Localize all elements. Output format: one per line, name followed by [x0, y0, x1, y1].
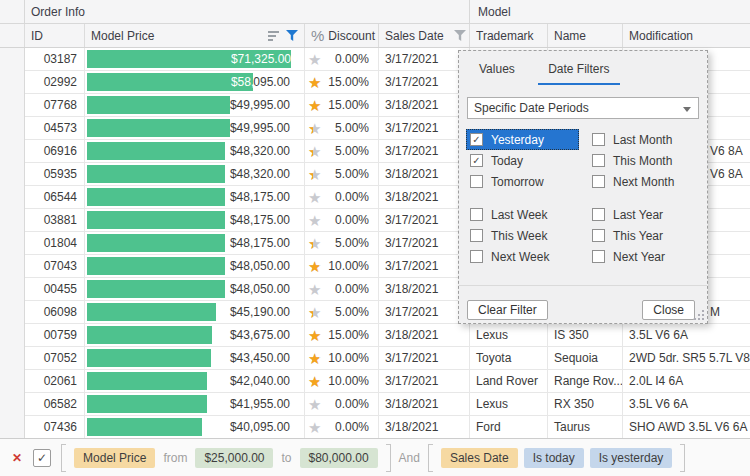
filter-chip-sales-date[interactable]: Sales Date: [441, 448, 518, 468]
row-indicator: [0, 117, 25, 140]
bracket-open: [61, 444, 66, 472]
header-name[interactable]: Name: [548, 24, 623, 47]
filter-enabled-checkbox[interactable]: ✓: [33, 449, 51, 467]
table-row[interactable]: 07052$43,450.00$43,450.00★★10.00%3/17/20…: [0, 347, 750, 370]
period-item-next-year[interactable]: Next Year: [588, 246, 701, 267]
period-item-next-week[interactable]: Next Week: [466, 246, 579, 267]
checkbox-icon[interactable]: [592, 154, 605, 167]
remove-filter-icon[interactable]: ✕: [12, 451, 22, 465]
header-indicator: [0, 24, 25, 47]
date-period-select[interactable]: Specific Date Periods: [467, 97, 699, 119]
period-item-yesterday[interactable]: ✓Yesterday: [466, 129, 579, 150]
cell-sales-date: 3/17/2021: [379, 232, 470, 255]
header-modification[interactable]: Modification: [623, 24, 750, 47]
price-data-bar: $48,050.00: [87, 257, 225, 275]
modification-value: 2WD 5dr. SR5 5.7L V8: [629, 351, 750, 365]
period-item-today[interactable]: ✓Today: [466, 150, 579, 171]
checkbox-icon[interactable]: [470, 250, 483, 263]
checkbox-icon[interactable]: [470, 175, 483, 188]
cell-discount: ★★5.00%: [305, 117, 379, 140]
filter-chip-is-today[interactable]: Is today: [524, 448, 584, 468]
checkbox-checked-icon[interactable]: ✓: [470, 133, 483, 146]
period-item-next-month[interactable]: Next Month: [588, 171, 701, 192]
header-model-price[interactable]: Model Price: [85, 24, 305, 47]
checkbox-icon[interactable]: [592, 133, 605, 146]
table-row[interactable]: 02061$42,040.00$42,040.00★★10.00%3/17/20…: [0, 370, 750, 393]
table-row[interactable]: 06582$41,955.00$41,955.00★★0.00%3/18/202…: [0, 393, 750, 416]
sales-date-filter-button[interactable]: [452, 25, 468, 46]
price-data-bar: $41,955.00: [87, 395, 207, 413]
table-row[interactable]: 07436$40,095.00$40,095.00★★0.00%3/18/202…: [0, 416, 750, 439]
cell-discount: ★★15.00%: [305, 94, 379, 117]
filter-panel: ✕ ✓ Model Pricefrom$25,000.00to$80,000.0…: [0, 438, 750, 476]
header-trademark[interactable]: Trademark: [470, 24, 548, 47]
price-label: $43,675.00: [230, 324, 290, 347]
checkbox-icon[interactable]: [592, 229, 605, 242]
cell-id: 06098: [25, 301, 85, 324]
period-item-last-month[interactable]: Last Month: [588, 129, 701, 150]
header-modification-label: Modification: [629, 29, 750, 43]
star-icon: ★★: [308, 74, 324, 91]
date-period-select-value: Specific Date Periods: [474, 101, 589, 115]
tab-values[interactable]: Values: [469, 60, 525, 83]
period-item-this-week[interactable]: This Week: [466, 225, 579, 246]
row-indicator: [0, 347, 25, 370]
price-label: $48,175.00: [230, 209, 290, 232]
filter-chip--80-000-00[interactable]: $80,000.00: [300, 448, 378, 468]
cell-sales-date: 3/17/2021: [379, 71, 470, 94]
price-label-inverted: $58,095.00: [87, 73, 253, 91]
cell-sales-date: 3/17/2021: [379, 140, 470, 163]
period-item-this-year[interactable]: This Year: [588, 225, 701, 246]
checkbox-icon[interactable]: [470, 229, 483, 242]
star-icon: ★★: [308, 350, 324, 367]
filter-popup: Values Date Filters Specific Date Period…: [458, 50, 708, 324]
checkbox-icon[interactable]: [592, 208, 605, 221]
period-item-tomorrow[interactable]: Tomorrow: [466, 171, 579, 192]
column-header-row: ID Model Price % Discount Sales Date Tra…: [0, 24, 750, 48]
filter-chip-is-yesterday[interactable]: Is yesterday: [590, 448, 673, 468]
close-button[interactable]: Close: [642, 300, 695, 320]
header-id[interactable]: ID: [25, 24, 85, 47]
header-sales-date[interactable]: Sales Date: [379, 24, 470, 47]
table-row[interactable]: 00759$43,675.00$43,675.00★★15.00%3/18/20…: [0, 324, 750, 347]
resize-grip-icon[interactable]: [693, 309, 704, 320]
filter-active-icon[interactable]: [286, 30, 298, 41]
checkbox-icon[interactable]: [592, 250, 605, 263]
star-fill-icon: ★: [308, 304, 313, 321]
popup-separator: [459, 285, 707, 286]
filter-chip--25-000-00[interactable]: $25,000.00: [195, 448, 273, 468]
header-name-label: Name: [554, 29, 622, 43]
cell-sales-date: 3/18/2021: [379, 393, 470, 416]
checkbox-checked-icon[interactable]: ✓: [470, 154, 483, 167]
band-model[interactable]: Model: [470, 0, 750, 23]
period-item-label: Tomorrow: [491, 175, 544, 189]
cell-model-price: $42,040.00$42,040.00: [85, 370, 305, 393]
cell-trademark: Lexus: [470, 324, 548, 347]
cell-name: RX 350: [548, 393, 623, 416]
popup-buttons: Clear Filter Close: [467, 300, 695, 320]
cell-model-price: $49,995.00$49,995.00: [85, 117, 305, 140]
tab-date-filters[interactable]: Date Filters: [538, 60, 619, 85]
period-item-label: Next Year: [613, 250, 665, 264]
discount-value: 5.00%: [335, 144, 369, 158]
price-label: $48,175.00: [230, 186, 290, 209]
checkbox-icon[interactable]: [592, 175, 605, 188]
cell-sales-date: 3/18/2021: [379, 186, 470, 209]
period-item-last-week[interactable]: Last Week: [466, 204, 579, 225]
cell-discount: ★★15.00%: [305, 324, 379, 347]
clear-filter-button[interactable]: Clear Filter: [467, 300, 548, 320]
period-item-this-month[interactable]: This Month: [588, 150, 701, 171]
band-order-info[interactable]: Order Info: [25, 0, 470, 23]
sort-descending-icon: [268, 31, 279, 41]
star-fill-icon: ★: [308, 350, 319, 367]
header-discount[interactable]: % Discount: [305, 24, 379, 47]
price-label-inverted: $43,675.00: [87, 326, 212, 344]
filter-chip-model-price[interactable]: Model Price: [74, 448, 155, 468]
period-item-label: This Week: [491, 229, 547, 243]
cell-sales-date: 3/18/2021: [379, 324, 470, 347]
period-item-last-year[interactable]: Last Year: [588, 204, 701, 225]
cell-name: IS 350: [548, 324, 623, 347]
cell-trademark: Ford: [470, 416, 548, 439]
price-label-inverted: $48,320.00: [87, 165, 225, 183]
checkbox-icon[interactable]: [470, 208, 483, 221]
